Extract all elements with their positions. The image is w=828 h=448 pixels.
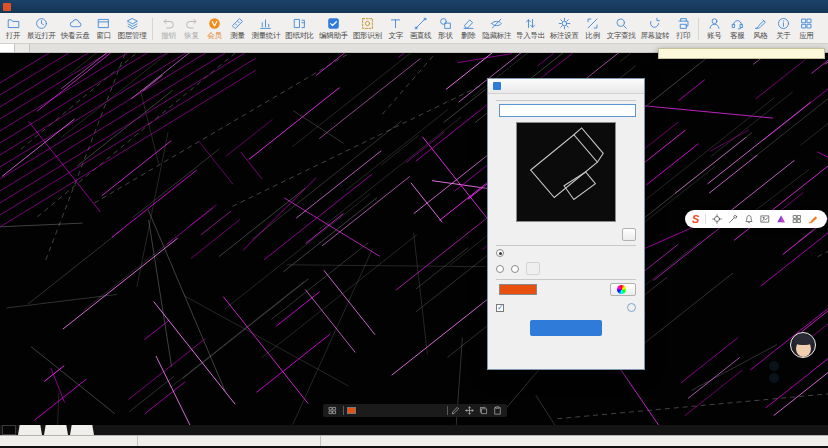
toolbar-button-redo[interactable]: 恢复: [180, 17, 202, 41]
toolbar-button-hide[interactable]: 隐藏标注: [480, 17, 513, 41]
toolbar-button-vip[interactable]: 会员: [203, 17, 225, 41]
cad-drawing: [0, 53, 828, 425]
support-icon: [731, 17, 744, 30]
toolbar-button-label: 打开: [6, 31, 20, 41]
toolbar-button-settings[interactable]: 标注设置: [548, 17, 581, 41]
s-logo-icon[interactable]: S: [692, 214, 699, 225]
about-icon: [777, 17, 790, 30]
toolbar-button-recognize[interactable]: 图形识别: [351, 17, 384, 41]
annotation-edit-button[interactable]: [451, 406, 460, 415]
dialog-title-bar[interactable]: [488, 79, 644, 94]
recognize-icon: [361, 17, 374, 30]
toolbar-button-style[interactable]: 风格: [749, 17, 771, 41]
toolbar-button-print[interactable]: 打印: [672, 17, 694, 41]
toolbar-button-label: 客服: [730, 31, 744, 41]
annotation-grid-button[interactable]: [328, 406, 337, 415]
sheet-tab-power[interactable]: [18, 425, 42, 435]
color-triangle-icon: [776, 214, 786, 224]
toolbar-button-impexp[interactable]: 导入导出: [514, 17, 547, 41]
filter-checkbox[interactable]: [496, 304, 504, 312]
quick-brush-button[interactable]: [808, 214, 818, 224]
toolbar-button-shapes[interactable]: 形状: [434, 17, 456, 41]
toolbar-button-compare[interactable]: 图纸对比: [283, 17, 316, 41]
quick-snap-button[interactable]: [728, 214, 738, 224]
toolbar-button-scale[interactable]: 比例: [582, 17, 604, 41]
annotation-move-button[interactable]: [465, 406, 474, 415]
toolbar-button-undo[interactable]: 撤销: [157, 17, 179, 41]
toolbar-button-assist[interactable]: 编辑助手: [317, 17, 350, 41]
divider: [320, 436, 321, 447]
radio-polygon-region[interactable]: [511, 265, 522, 273]
line-icon: [414, 17, 427, 30]
toolbar-button-label: 形状: [438, 31, 452, 41]
quick-color-triangle-button[interactable]: [776, 214, 786, 224]
toolbar-button-rotate[interactable]: 屏幕旋转: [639, 17, 672, 41]
sheet-tab-lighting[interactable]: [44, 425, 68, 435]
toolbar-button-clock[interactable]: 最近打开: [25, 17, 58, 41]
quick-toolbar: S: [685, 210, 827, 228]
toolbar-button-label: 隐藏标注: [482, 31, 511, 41]
app-logo-icon: [3, 3, 11, 11]
start-recognition-button[interactable]: [530, 320, 602, 336]
toolbar-button-folder[interactable]: 打开: [2, 17, 24, 41]
toolbar-button-text[interactable]: 文字: [385, 17, 407, 41]
current-color-swatch: [499, 284, 537, 295]
toolbar-button-layers[interactable]: 图层管理: [116, 17, 149, 41]
text-icon: [389, 17, 402, 30]
quick-screenshot-button[interactable]: [760, 214, 770, 224]
display-issue-notification: [658, 48, 825, 59]
toolbar-button-eraser[interactable]: 删除: [457, 17, 479, 41]
toolbar-separator: [152, 18, 153, 40]
toolbar-button-account[interactable]: 账号: [703, 17, 725, 41]
color-group-legend: [496, 279, 636, 280]
dialog-icon: [493, 82, 501, 90]
radio-rect-region[interactable]: [496, 265, 507, 273]
user-avatar[interactable]: [790, 332, 816, 358]
radio-whole-drawing[interactable]: [496, 249, 636, 257]
annotation-clipboard-button[interactable]: [493, 406, 502, 415]
download-speed-badge: [769, 373, 779, 383]
shape-name-input[interactable]: [499, 104, 636, 117]
divider: [137, 436, 138, 447]
layers-icon: [126, 17, 139, 30]
toolbar-button-label: 恢复: [184, 31, 198, 41]
quick-crosshair-button[interactable]: [712, 214, 722, 224]
doc-tab-1[interactable]: [0, 44, 15, 52]
toolbar-button-window[interactable]: 窗口: [93, 17, 115, 41]
choose-color-button[interactable]: [610, 283, 636, 296]
radio-icon: [496, 249, 504, 257]
toolbar-button-line[interactable]: 画直线: [408, 17, 434, 41]
sheet-tab-low-voltage[interactable]: [70, 425, 94, 435]
help-icon[interactable]: [627, 303, 636, 312]
shape-preview: [516, 122, 616, 222]
toolbar-button-cloud[interactable]: 快看云盘: [59, 17, 92, 41]
apps-icon: [800, 17, 813, 30]
annotation-bar: [323, 404, 507, 417]
toolbar-button-label: 导入导出: [516, 31, 545, 41]
undo-icon: [162, 17, 175, 30]
sheet-tab-model[interactable]: [2, 425, 16, 435]
toolbar-button-apps[interactable]: 应用: [795, 17, 817, 41]
reselect-shape-button[interactable]: [622, 228, 636, 241]
quick-grid-button[interactable]: [792, 214, 802, 224]
camera-body-outline: [531, 135, 598, 198]
move-icon: [465, 406, 474, 415]
toolbar-button-search[interactable]: 文字查找: [605, 17, 638, 41]
select-region-button: [526, 262, 540, 275]
toolbar-button-label: 图纸对比: [285, 31, 314, 41]
toolbar-button-label: 画直线: [410, 31, 432, 41]
drawing-canvas[interactable]: [0, 53, 828, 425]
toolbar-button-ruler[interactable]: 测量: [226, 17, 248, 41]
screenshot-icon: [760, 214, 770, 224]
annotation-copy-button[interactable]: [479, 406, 488, 415]
toolbar-button-label: 打印: [676, 31, 690, 41]
doc-tab-2[interactable]: [15, 44, 30, 52]
account-icon: [708, 17, 721, 30]
category-color-swatch: [347, 407, 356, 414]
radio-icon: [496, 265, 504, 273]
quick-bell-button[interactable]: [744, 214, 754, 224]
toolbar-button-about[interactable]: 关于: [772, 17, 794, 41]
toolbar-button-stats[interactable]: 测量统计: [249, 17, 282, 41]
toolbar-button-label: 删除: [461, 31, 475, 41]
toolbar-button-support[interactable]: 客服: [726, 17, 748, 41]
